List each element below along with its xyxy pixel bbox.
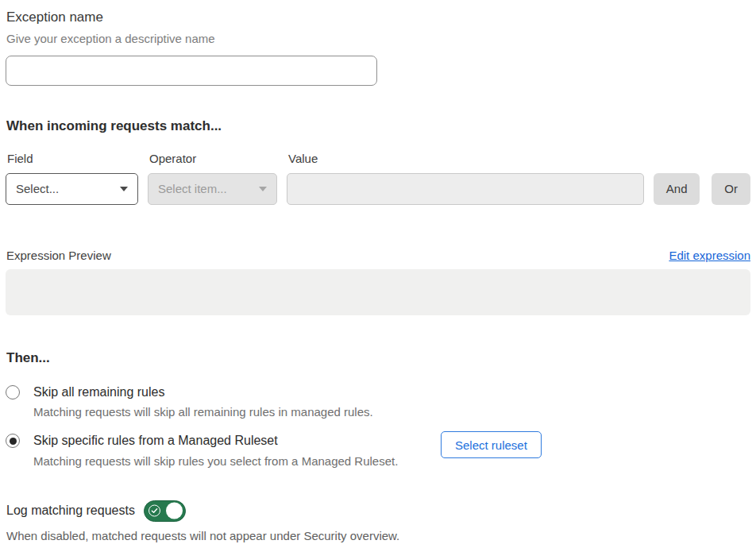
select-ruleset-button[interactable]: Select ruleset [441,431,542,458]
log-matching-toggle[interactable] [144,500,186,522]
option-description: Matching requests will skip all remainin… [33,405,373,419]
match-builder-row: Field Select... Operator Select item... … [6,152,750,205]
option-label[interactable]: Skip all remaining rules [33,384,373,399]
expression-preview-box [6,269,750,315]
chevron-down-icon [120,187,128,191]
option-label[interactable]: Skip specific rules from a Managed Rules… [33,433,398,448]
log-matching-description: When disabled, matched requests will not… [6,529,750,542]
or-button[interactable]: Or [712,173,750,205]
exception-name-input[interactable] [6,56,377,86]
option-content: Skip all remaining rules Matching reques… [33,384,373,419]
field-label: Field [7,152,138,166]
match-heading: When incoming requests match... [6,118,750,134]
chevron-down-icon [259,187,267,191]
then-heading: Then... [6,350,750,366]
edit-expression-link[interactable]: Edit expression [669,249,750,262]
then-option-skip-specific: Skip specific rules from a Managed Rules… [6,433,750,468]
radio-skip-specific[interactable] [6,434,20,448]
exception-form: Exception name Give your exception a des… [0,0,756,542]
value-group: Value [287,152,644,205]
field-select[interactable]: Select... [6,173,138,205]
operator-select-value: Select item... [158,182,227,195]
operator-group: Operator Select item... [148,152,277,205]
radio-skip-all[interactable] [6,385,20,399]
exception-name-title: Exception name [6,10,750,25]
field-group: Field Select... [6,152,138,205]
log-matching-label: Log matching requests [6,504,135,518]
and-button[interactable]: And [654,173,700,205]
option-content: Skip specific rules from a Managed Rules… [33,433,398,468]
expression-preview-row: Expression Preview Edit expression [6,249,750,262]
value-label: Value [288,152,644,166]
then-option-skip-all: Skip all remaining rules Matching reques… [6,384,750,419]
field-select-value: Select... [16,182,59,195]
exception-name-subtitle: Give your exception a descriptive name [6,32,750,46]
operator-label: Operator [149,152,277,166]
radio-dot [10,438,17,445]
check-icon [148,505,160,517]
toggle-knob [166,503,183,519]
option-description: Matching requests will skip rules you se… [33,454,398,469]
log-matching-row: Log matching requests [6,500,750,522]
operator-select: Select item... [148,173,277,205]
value-input [287,173,644,205]
expression-preview-label: Expression Preview [6,249,111,262]
